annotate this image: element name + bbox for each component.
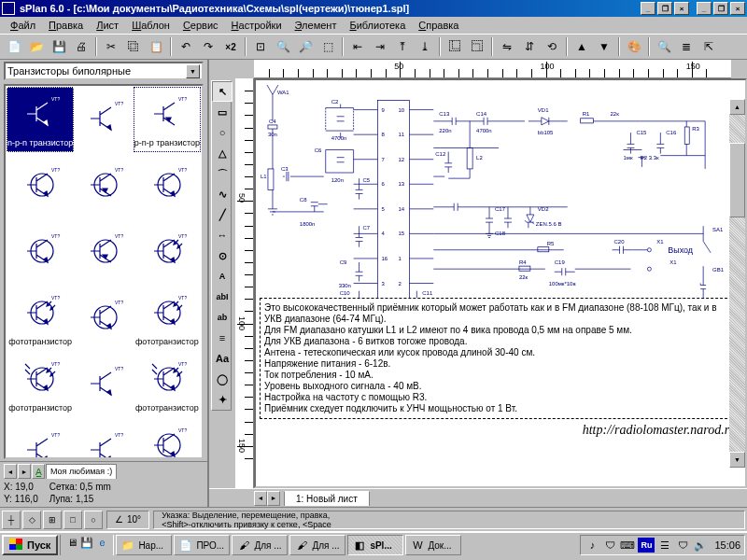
undo-button[interactable]: ↶ xyxy=(176,36,196,57)
minimize-button[interactable]: _ xyxy=(641,2,655,15)
menu-шаблон[interactable]: Шаблон xyxy=(125,18,176,33)
tray-icon-6[interactable]: 🔊 xyxy=(693,538,708,553)
ql-ie-icon[interactable]: ｅ xyxy=(94,535,109,550)
flip-v-button[interactable]: ⇵ xyxy=(519,36,540,57)
doc-minimize-button[interactable]: _ xyxy=(697,2,712,15)
component-cell-1[interactable]: VT? xyxy=(75,87,132,152)
tool-multi-ab[interactable]: ≡ xyxy=(212,328,233,348)
menu-правка[interactable]: Правка xyxy=(42,18,90,33)
component-cell-17[interactable]: VT? NPN-Transistor xyxy=(134,418,201,459)
bom-button[interactable]: ≣ xyxy=(676,36,697,57)
menu-настройки[interactable]: Настройки xyxy=(225,18,289,33)
cut-button[interactable]: ✂ xyxy=(101,36,121,57)
menu-файл[interactable]: Файл xyxy=(4,18,42,33)
color-button[interactable]: 🎨 xyxy=(624,36,644,57)
component-cell-9[interactable]: VT? фототранзистор xyxy=(7,286,74,351)
tool-label-aa[interactable]: Aa xyxy=(212,348,233,369)
tab-add-button[interactable]: A̲ xyxy=(32,464,45,479)
taskbar-task-2[interactable]: 🖌Для ... xyxy=(232,535,288,555)
snap-button-0[interactable]: ┼ xyxy=(2,511,21,529)
front-button[interactable]: ▲ xyxy=(571,36,592,57)
component-cell-0[interactable]: VT? n-p-n транзистор xyxy=(7,87,74,152)
restore-button[interactable]: ❐ xyxy=(657,2,672,15)
component-cell-2[interactable]: VT? p-n-p транзистор xyxy=(134,87,201,152)
component-cell-13[interactable]: VT? xyxy=(75,352,132,417)
sheet-tab[interactable]: 1: Новый лист xyxy=(284,491,370,506)
component-cell-5[interactable]: VT? xyxy=(134,153,201,218)
menu-элемент[interactable]: Элемент xyxy=(289,18,344,33)
tool-rect[interactable]: ▭ xyxy=(212,102,233,122)
scroll-down-button[interactable]: ▼ xyxy=(729,452,745,468)
open-button[interactable]: 📂 xyxy=(26,36,47,57)
zoom-in-button[interactable]: 🔍 xyxy=(273,36,293,57)
tool-node[interactable]: ⊙ xyxy=(212,245,233,266)
zoom-2x-button[interactable]: ×2 xyxy=(220,36,241,57)
component-cell-16[interactable]: VT? xyxy=(75,418,132,459)
tool-line[interactable]: ╱ xyxy=(212,204,233,225)
snap-button-4[interactable]: ○ xyxy=(84,511,103,529)
save-button[interactable]: 💾 xyxy=(49,36,69,57)
tool-bezier[interactable]: ∿ xyxy=(212,184,233,204)
export-button[interactable]: ⇱ xyxy=(698,36,719,57)
start-button[interactable]: Пуск xyxy=(2,535,58,555)
menu-сервис[interactable]: Сервис xyxy=(176,18,225,33)
taskbar-task-5[interactable]: WДок... xyxy=(405,535,461,555)
flip-h-button[interactable]: ⇋ xyxy=(497,36,517,57)
category-dropdown[interactable]: Транзисторы биполярные ▼ xyxy=(4,62,204,80)
sheet-next-button[interactable]: ► xyxy=(267,491,280,506)
snap-button-2[interactable]: ⊞ xyxy=(43,511,62,529)
tray-icon-3[interactable]: Ru xyxy=(638,538,655,553)
tray-icon-4[interactable]: ☰ xyxy=(657,538,672,553)
schematic-canvas[interactable]: WA1 C4 30n L1 C3 C24700n C xyxy=(254,78,747,488)
tool-pointer[interactable]: ↖ xyxy=(212,81,233,102)
component-cell-15[interactable]: VT? xyxy=(7,418,74,459)
align-top-button[interactable]: ⤒ xyxy=(392,36,413,57)
component-cell-7[interactable]: VT? xyxy=(75,219,132,285)
menu-библиотека[interactable]: Библиотека xyxy=(343,18,412,33)
taskbar-task-1[interactable]: 📄ПРО... xyxy=(174,535,230,555)
menu-лист[interactable]: Лист xyxy=(90,18,125,33)
paste-button[interactable]: 📋 xyxy=(146,36,166,57)
zoom-fit-button[interactable]: ⊡ xyxy=(250,36,271,57)
zoom-rect-button[interactable]: ⬚ xyxy=(317,36,338,57)
snap-button-3[interactable]: □ xyxy=(63,511,82,529)
component-cell-12[interactable]: VT? фототранзистор xyxy=(7,352,74,417)
tool-special[interactable]: ✦ xyxy=(212,389,233,410)
tray-icon-0[interactable]: ♪ xyxy=(585,538,599,553)
taskbar-task-0[interactable]: 📁Нар... xyxy=(116,535,172,555)
component-cell-11[interactable]: VT? фототранзистор xyxy=(134,286,201,351)
taskbar-task-3[interactable]: 🖌Для ... xyxy=(289,535,345,555)
find-button[interactable]: 🔍 xyxy=(654,36,674,57)
component-cell-6[interactable]: VT? xyxy=(7,219,74,285)
ungroup-button[interactable]: ⿹ xyxy=(467,36,487,57)
tray-icon-1[interactable]: 🛡 xyxy=(602,538,617,553)
tool-ellipse[interactable]: ○ xyxy=(212,122,233,143)
scroll-thumb[interactable] xyxy=(729,143,745,217)
taskbar-task-4[interactable]: ◧sPl... xyxy=(347,535,403,555)
menu-справка[interactable]: Справка xyxy=(412,18,465,33)
tool-text-abl[interactable]: abI xyxy=(212,287,233,307)
redo-button[interactable]: ↷ xyxy=(198,36,218,57)
component-cell-8[interactable]: VT? xyxy=(134,219,201,285)
doc-restore-button[interactable]: ❐ xyxy=(713,2,728,15)
close-button[interactable]: × xyxy=(674,2,689,15)
ql-desktop-icon[interactable]: 🖥 xyxy=(64,535,79,550)
group-button[interactable]: ⿺ xyxy=(444,36,465,57)
zoom-out-button[interactable]: 🔎 xyxy=(295,36,316,57)
tool-textbig[interactable]: A xyxy=(212,266,233,287)
sidebar-tab[interactable]: Моя любимая :) xyxy=(46,464,117,479)
doc-close-button[interactable]: × xyxy=(730,2,745,15)
vertical-scrollbar[interactable]: ▲ ▼ xyxy=(729,99,745,468)
component-cell-10[interactable]: VT? xyxy=(75,286,132,351)
chevron-down-icon[interactable]: ▼ xyxy=(186,64,200,78)
tab-next-button[interactable]: ► xyxy=(18,464,31,479)
tool-text-ab[interactable]: ab xyxy=(212,307,233,328)
tool-curve[interactable]: ⌒ xyxy=(212,163,233,184)
tray-icon-5[interactable]: 🛡 xyxy=(675,538,690,553)
tray-icon-2[interactable]: ⌨ xyxy=(620,538,635,553)
ql-save-icon[interactable]: 💾 xyxy=(79,535,94,550)
back-button[interactable]: ▼ xyxy=(594,36,614,57)
tool-circle[interactable]: ◯ xyxy=(212,369,233,389)
align-left-button[interactable]: ⇤ xyxy=(347,36,368,57)
snap-button-1[interactable]: ◇ xyxy=(22,511,41,529)
